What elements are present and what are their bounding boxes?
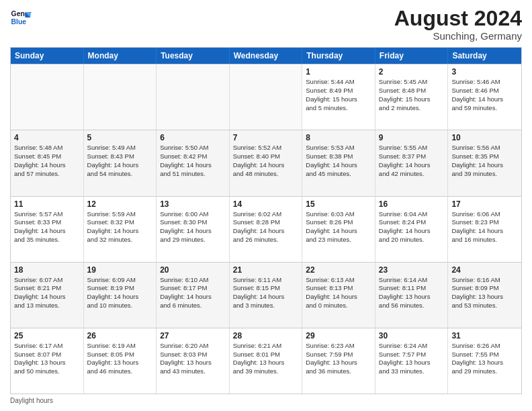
calendar-cell: 4Sunrise: 5:48 AM Sunset: 8:45 PM Daylig… bbox=[11, 130, 84, 195]
location: Sunching, Germany bbox=[394, 30, 522, 42]
calendar-header-cell: Monday bbox=[84, 48, 157, 64]
calendar-cell: 5Sunrise: 5:49 AM Sunset: 8:43 PM Daylig… bbox=[84, 130, 157, 195]
day-info: Sunrise: 6:23 AM Sunset: 7:59 PM Dayligh… bbox=[306, 342, 371, 376]
day-number: 23 bbox=[379, 265, 445, 275]
calendar-cell: 11Sunrise: 5:57 AM Sunset: 8:33 PM Dayli… bbox=[11, 197, 84, 262]
day-number: 14 bbox=[233, 199, 299, 209]
calendar-header-cell: Thursday bbox=[302, 48, 375, 64]
day-info: Sunrise: 6:24 AM Sunset: 7:57 PM Dayligh… bbox=[379, 342, 445, 376]
day-info: Sunrise: 6:14 AM Sunset: 8:11 PM Dayligh… bbox=[379, 276, 445, 310]
day-info: Sunrise: 5:57 AM Sunset: 8:33 PM Dayligh… bbox=[14, 210, 80, 244]
calendar-cell: 1Sunrise: 5:44 AM Sunset: 8:49 PM Daylig… bbox=[302, 64, 375, 130]
calendar-cell: 25Sunrise: 6:17 AM Sunset: 8:07 PM Dayli… bbox=[11, 328, 84, 394]
day-number: 16 bbox=[379, 199, 445, 209]
calendar-cell: 26Sunrise: 6:19 AM Sunset: 8:05 PM Dayli… bbox=[84, 328, 157, 394]
calendar-header-cell: Saturday bbox=[448, 48, 521, 64]
day-number: 30 bbox=[379, 331, 445, 340]
calendar-cell: 19Sunrise: 6:09 AM Sunset: 8:19 PM Dayli… bbox=[84, 263, 157, 328]
calendar-cell: 12Sunrise: 5:59 AM Sunset: 8:32 PM Dayli… bbox=[84, 197, 157, 262]
day-info: Sunrise: 6:11 AM Sunset: 8:15 PM Dayligh… bbox=[233, 276, 299, 310]
calendar-cell: 29Sunrise: 6:23 AM Sunset: 7:59 PM Dayli… bbox=[302, 328, 375, 394]
calendar-cell: 8Sunrise: 5:53 AM Sunset: 8:38 PM Daylig… bbox=[302, 130, 375, 195]
calendar-header-cell: Sunday bbox=[11, 48, 84, 64]
calendar-cell bbox=[157, 64, 230, 130]
title-area: August 2024 Sunching, Germany bbox=[394, 7, 522, 42]
svg-text:Blue: Blue bbox=[11, 18, 27, 26]
day-info: Sunrise: 6:06 AM Sunset: 8:23 PM Dayligh… bbox=[451, 210, 518, 244]
day-number: 18 bbox=[14, 265, 80, 275]
day-number: 6 bbox=[160, 133, 226, 142]
day-number: 26 bbox=[87, 331, 153, 340]
day-info: Sunrise: 5:49 AM Sunset: 8:43 PM Dayligh… bbox=[87, 144, 153, 178]
day-info: Sunrise: 6:03 AM Sunset: 8:26 PM Dayligh… bbox=[306, 210, 371, 244]
day-number: 24 bbox=[451, 265, 518, 275]
calendar-header-row: SundayMondayTuesdayWednesdayThursdayFrid… bbox=[11, 48, 521, 64]
calendar-cell: 24Sunrise: 6:16 AM Sunset: 8:09 PM Dayli… bbox=[448, 263, 521, 328]
day-number: 15 bbox=[306, 199, 371, 209]
calendar-cell: 3Sunrise: 5:46 AM Sunset: 8:46 PM Daylig… bbox=[448, 64, 521, 130]
calendar-header-cell: Wednesday bbox=[230, 48, 303, 64]
day-number: 2 bbox=[379, 67, 445, 77]
calendar-body: 1Sunrise: 5:44 AM Sunset: 8:49 PM Daylig… bbox=[11, 64, 521, 394]
calendar-cell bbox=[11, 64, 84, 130]
calendar-cell: 15Sunrise: 6:03 AM Sunset: 8:26 PM Dayli… bbox=[302, 197, 375, 262]
day-number: 11 bbox=[14, 199, 80, 209]
calendar-cell: 21Sunrise: 6:11 AM Sunset: 8:15 PM Dayli… bbox=[230, 263, 303, 328]
day-number: 4 bbox=[14, 133, 80, 142]
daylight-label: Daylight hours bbox=[10, 397, 53, 404]
day-info: Sunrise: 6:00 AM Sunset: 8:30 PM Dayligh… bbox=[160, 210, 226, 244]
calendar-cell: 31Sunrise: 6:26 AM Sunset: 7:55 PM Dayli… bbox=[448, 328, 521, 394]
day-number: 13 bbox=[160, 199, 226, 209]
day-info: Sunrise: 6:17 AM Sunset: 8:07 PM Dayligh… bbox=[14, 342, 80, 376]
day-info: Sunrise: 5:53 AM Sunset: 8:38 PM Dayligh… bbox=[306, 144, 371, 178]
calendar-week-row: 11Sunrise: 5:57 AM Sunset: 8:33 PM Dayli… bbox=[11, 196, 521, 262]
day-number: 19 bbox=[87, 265, 153, 275]
month-year: August 2024 bbox=[394, 7, 522, 30]
calendar-cell: 17Sunrise: 6:06 AM Sunset: 8:23 PM Dayli… bbox=[448, 197, 521, 262]
calendar-cell: 27Sunrise: 6:20 AM Sunset: 8:03 PM Dayli… bbox=[157, 328, 230, 394]
day-info: Sunrise: 6:07 AM Sunset: 8:21 PM Dayligh… bbox=[14, 276, 80, 310]
day-number: 22 bbox=[306, 265, 371, 275]
calendar-cell: 30Sunrise: 6:24 AM Sunset: 7:57 PM Dayli… bbox=[375, 328, 449, 394]
day-number: 20 bbox=[160, 265, 226, 275]
header: General Blue August 2024 Sunching, Germa… bbox=[10, 7, 522, 42]
logo-icon: General Blue bbox=[10, 7, 32, 28]
calendar-cell: 13Sunrise: 6:00 AM Sunset: 8:30 PM Dayli… bbox=[157, 197, 230, 262]
calendar-cell: 2Sunrise: 5:45 AM Sunset: 8:48 PM Daylig… bbox=[375, 64, 449, 130]
day-number: 27 bbox=[160, 331, 226, 340]
calendar-week-row: 4Sunrise: 5:48 AM Sunset: 8:45 PM Daylig… bbox=[11, 130, 521, 195]
day-info: Sunrise: 5:48 AM Sunset: 8:45 PM Dayligh… bbox=[14, 144, 80, 178]
day-info: Sunrise: 5:50 AM Sunset: 8:42 PM Dayligh… bbox=[160, 144, 226, 178]
calendar-week-row: 18Sunrise: 6:07 AM Sunset: 8:21 PM Dayli… bbox=[11, 262, 521, 328]
day-info: Sunrise: 5:46 AM Sunset: 8:46 PM Dayligh… bbox=[451, 78, 518, 112]
day-number: 28 bbox=[233, 331, 299, 340]
day-number: 1 bbox=[306, 67, 371, 77]
day-info: Sunrise: 6:21 AM Sunset: 8:01 PM Dayligh… bbox=[233, 342, 299, 376]
calendar-cell: 7Sunrise: 5:52 AM Sunset: 8:40 PM Daylig… bbox=[230, 130, 303, 195]
calendar-page: General Blue August 2024 Sunching, Germa… bbox=[0, 0, 532, 411]
day-info: Sunrise: 6:10 AM Sunset: 8:17 PM Dayligh… bbox=[160, 276, 226, 310]
day-number: 21 bbox=[233, 265, 299, 275]
calendar-week-row: 25Sunrise: 6:17 AM Sunset: 8:07 PM Dayli… bbox=[11, 328, 521, 394]
day-info: Sunrise: 6:02 AM Sunset: 8:28 PM Dayligh… bbox=[233, 210, 299, 244]
calendar-cell bbox=[84, 64, 157, 130]
day-number: 7 bbox=[233, 133, 299, 142]
calendar-cell: 9Sunrise: 5:55 AM Sunset: 8:37 PM Daylig… bbox=[375, 130, 449, 195]
footer-note: Daylight hours bbox=[10, 397, 522, 404]
calendar-header-cell: Friday bbox=[375, 48, 449, 64]
day-number: 29 bbox=[306, 331, 371, 340]
day-info: Sunrise: 5:45 AM Sunset: 8:48 PM Dayligh… bbox=[379, 78, 445, 112]
calendar-cell: 14Sunrise: 6:02 AM Sunset: 8:28 PM Dayli… bbox=[230, 197, 303, 262]
calendar-cell bbox=[230, 64, 303, 130]
day-info: Sunrise: 5:56 AM Sunset: 8:35 PM Dayligh… bbox=[451, 144, 518, 178]
day-info: Sunrise: 6:19 AM Sunset: 8:05 PM Dayligh… bbox=[87, 342, 153, 376]
day-number: 17 bbox=[451, 199, 518, 209]
day-info: Sunrise: 5:55 AM Sunset: 8:37 PM Dayligh… bbox=[379, 144, 445, 178]
calendar-cell: 16Sunrise: 6:04 AM Sunset: 8:24 PM Dayli… bbox=[375, 197, 449, 262]
day-info: Sunrise: 6:20 AM Sunset: 8:03 PM Dayligh… bbox=[160, 342, 226, 376]
day-info: Sunrise: 6:09 AM Sunset: 8:19 PM Dayligh… bbox=[87, 276, 153, 310]
day-number: 25 bbox=[14, 331, 80, 340]
calendar-cell: 6Sunrise: 5:50 AM Sunset: 8:42 PM Daylig… bbox=[157, 130, 230, 195]
calendar-cell: 20Sunrise: 6:10 AM Sunset: 8:17 PM Dayli… bbox=[157, 263, 230, 328]
calendar-cell: 23Sunrise: 6:14 AM Sunset: 8:11 PM Dayli… bbox=[375, 263, 449, 328]
